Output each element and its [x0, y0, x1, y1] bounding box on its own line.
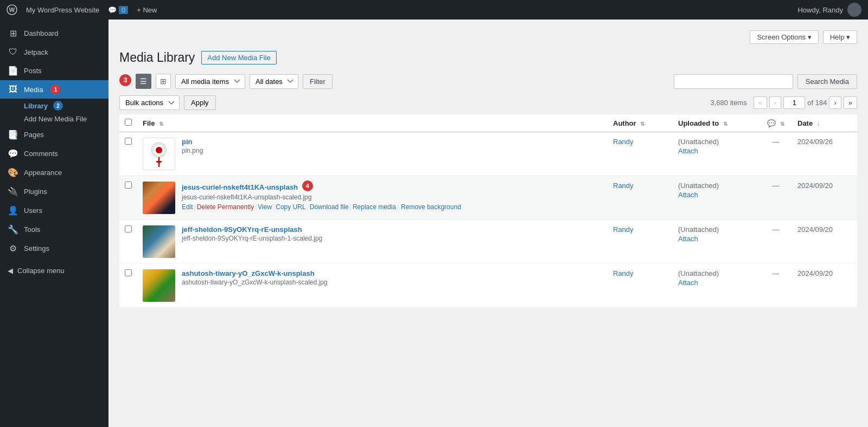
sep: |	[350, 203, 352, 211]
comments-column-header[interactable]: 💬 ⇅	[760, 114, 792, 132]
sidebar-item-appearance[interactable]: 🎨 Appearance	[0, 163, 108, 182]
author-link[interactable]: Randy	[613, 182, 634, 190]
date-column-header[interactable]: Date ↓	[792, 114, 857, 132]
users-icon: 👤	[8, 205, 18, 216]
remove-background-link[interactable]: Remove background	[401, 203, 461, 211]
sidebar-item-users[interactable]: 👤 Users	[0, 201, 108, 220]
bulk-actions-select[interactable]: Bulk actions	[119, 95, 180, 110]
sidebar-item-media[interactable]: 🖼 Media 1	[0, 80, 108, 99]
page-number-input[interactable]	[783, 96, 805, 109]
media-table: File ⇅ Author ⇅ Uploaded to ⇅ 💬 ⇅	[119, 114, 857, 308]
screen-options-button[interactable]: Screen Options ▾	[750, 30, 818, 44]
last-page-button[interactable]: »	[844, 96, 857, 109]
date-sort-icon: ↓	[817, 121, 820, 127]
select-all-header[interactable]	[119, 114, 137, 132]
uploaded-column-header[interactable]: Uploaded to ⇅	[673, 114, 760, 132]
sidebar-item-posts[interactable]: 📄 Posts	[0, 61, 108, 80]
attach-link[interactable]: Attach	[678, 235, 754, 243]
file-filename: ashutosh-tiwary-yO_zGxcW-k-unsplash-scal…	[182, 279, 602, 286]
file-info: jeff-sheldon-9SyOKYrq-rE-unsplash jeff-s…	[182, 225, 602, 242]
comments-dash: —	[773, 138, 780, 146]
filter-button[interactable]: Filter	[303, 74, 333, 89]
sidebar-sub-add-new[interactable]: Add New Media File	[0, 113, 108, 125]
sidebar-item-plugins[interactable]: 🔌 Plugins	[0, 182, 108, 201]
file-column-header[interactable]: File ⇅	[137, 114, 608, 132]
apply-button[interactable]: Apply	[184, 95, 216, 110]
author-sort-icon: ⇅	[640, 121, 644, 127]
add-new-media-button[interactable]: Add New Media File	[201, 51, 276, 64]
edit-link[interactable]: Edit	[182, 203, 193, 211]
site-name[interactable]: My WordPress Website	[26, 6, 99, 14]
attach-link[interactable]: Attach	[678, 279, 754, 287]
replace-media-link[interactable]: Replace media	[353, 203, 396, 211]
attach-cell: (Unattached) Attach	[678, 138, 754, 155]
sidebar-item-tools[interactable]: 🔧 Tools	[0, 220, 108, 239]
file-sort-icon: ⇅	[159, 121, 163, 127]
file-cell: pin pin.png	[143, 138, 602, 170]
list-view-button[interactable]: ☰	[136, 74, 151, 89]
sidebar-item-dashboard[interactable]: ⊞ Dashboard	[0, 24, 108, 43]
tools-icon: 🔧	[8, 224, 18, 235]
sidebar-sub-library[interactable]: Library 2	[0, 99, 108, 113]
row-badge: 4	[302, 180, 313, 191]
row-checkbox[interactable]	[125, 182, 132, 189]
admin-bar: W My WordPress Website 💬 0 + New Howdy, …	[0, 0, 868, 20]
attach-link[interactable]: Attach	[678, 147, 754, 155]
row-checkbox[interactable]	[125, 269, 132, 276]
sidebar-item-pages[interactable]: 📑 Pages	[0, 125, 108, 144]
sidebar-label-posts: Posts	[24, 67, 42, 75]
sep: |	[194, 203, 196, 211]
delete-permanently-link[interactable]: Delete Permanently	[197, 203, 254, 211]
dashboard-icon: ⊞	[8, 28, 18, 38]
pin-image	[148, 140, 170, 167]
file-cell: jeff-sheldon-9SyOKYrq-rE-unsplash jeff-s…	[143, 225, 602, 258]
author-link[interactable]: Randy	[613, 138, 634, 146]
sidebar-item-comments[interactable]: 💬 Comments	[0, 144, 108, 163]
media-type-filter[interactable]: All media items	[175, 74, 245, 89]
author-link[interactable]: Randy	[613, 269, 634, 277]
author-column-header[interactable]: Author ⇅	[608, 114, 673, 132]
file-name-link[interactable]: pin	[182, 138, 193, 146]
attach-link[interactable]: Attach	[678, 191, 754, 199]
sep: |	[255, 203, 257, 211]
unattached-label: (Unattached)	[678, 182, 719, 190]
search-media-button[interactable]: Search Media	[797, 74, 857, 89]
page-title: Media Library	[119, 50, 195, 65]
search-input[interactable]	[674, 74, 793, 89]
howdy-label: Howdy, Randy	[797, 6, 843, 14]
sidebar-item-jetpack[interactable]: 🛡 Jetpack	[0, 43, 108, 61]
help-button[interactable]: Help ▾	[823, 30, 857, 44]
bulk-actions-bar: Bulk actions Apply 3,680 items « ‹ of 18…	[119, 95, 857, 110]
sidebar-label-media: Media	[24, 86, 43, 94]
next-page-button[interactable]: ›	[829, 96, 841, 109]
new-button[interactable]: + New	[137, 6, 157, 14]
comments-dash: —	[773, 225, 780, 234]
prev-page-button[interactable]: ‹	[769, 96, 781, 109]
row-checkbox[interactable]	[125, 225, 132, 232]
collapse-label: Collapse menu	[17, 267, 65, 275]
file-name-link[interactable]: jesus-curiel-nskeft4t1KA-unsplash	[182, 183, 298, 191]
file-name-link[interactable]: ashutosh-tiwary-yO_zGxcW-k-unsplash	[182, 269, 315, 277]
row-checkbox[interactable]	[125, 138, 132, 145]
copy-url-link[interactable]: Copy URL	[276, 203, 305, 211]
top-options-bar: Screen Options ▾ Help ▾	[119, 30, 857, 44]
add-new-media-label: Add New Media File	[24, 115, 87, 123]
table-row: jeff-sheldon-9SyOKYrq-rE-unsplash jeff-s…	[119, 220, 857, 264]
grid-view-button[interactable]: ⊞	[156, 74, 171, 89]
view-link[interactable]: View	[258, 203, 272, 211]
first-page-button[interactable]: «	[754, 96, 767, 109]
author-link[interactable]: Randy	[613, 225, 634, 234]
svg-point-4	[156, 147, 162, 153]
collapse-menu[interactable]: ◀ Collapse menu	[0, 262, 108, 279]
sidebar-label-jetpack: Jetpack	[24, 48, 48, 56]
media-icon: 🖼	[8, 85, 18, 94]
file-name-link[interactable]: jeff-sheldon-9SyOKYrq-rE-unsplash	[182, 225, 302, 234]
unattached-label: (Unattached)	[678, 269, 719, 277]
sidebar-item-settings[interactable]: ⚙ Settings	[0, 239, 108, 258]
date-value: 2024/09/26	[797, 138, 833, 146]
download-file-link[interactable]: Download file	[310, 203, 349, 211]
comments-count-badge[interactable]: 💬 0	[108, 6, 128, 14]
select-all-checkbox[interactable]	[125, 119, 132, 126]
date-filter[interactable]: All dates	[250, 74, 298, 89]
attach-cell: (Unattached) Attach	[678, 225, 754, 243]
